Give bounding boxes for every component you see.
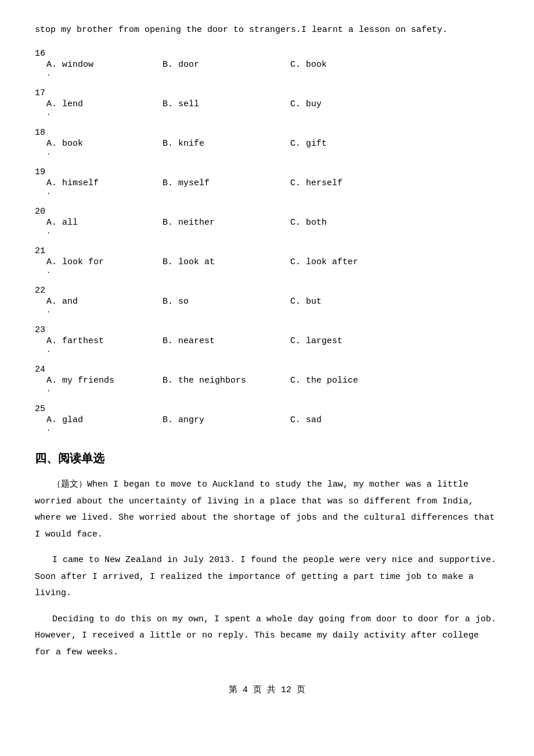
question-19-option-c[interactable]: C. herself bbox=[290, 178, 418, 188]
question-22-option-c[interactable]: C. but bbox=[290, 297, 418, 307]
question-22-number: 22 bbox=[35, 286, 499, 296]
question-19-option-a[interactable]: A. himself bbox=[35, 178, 163, 188]
question-23-option-a[interactable]: A. farthest bbox=[35, 336, 163, 346]
question-23-option-c[interactable]: C. largest bbox=[290, 336, 418, 346]
question-22-option-b[interactable]: B. so bbox=[163, 297, 290, 307]
intro-text: stop my brother from opening the door to… bbox=[35, 23, 499, 37]
question-23-option-b[interactable]: B. nearest bbox=[163, 336, 290, 346]
question-22-option-a[interactable]: A. and bbox=[35, 297, 163, 307]
section4-paragraphs: （题文）When I began to move to Auckland to … bbox=[35, 477, 499, 661]
question-24-option-b[interactable]: B. the neighbors bbox=[163, 376, 290, 386]
question-19-number: 19 bbox=[35, 167, 499, 177]
question-18-option-a[interactable]: A. book bbox=[35, 139, 163, 149]
question-21-number: 21 bbox=[35, 246, 499, 256]
question-21-option-a[interactable]: A. look for bbox=[35, 257, 163, 267]
question-16-option-b[interactable]: B. door bbox=[163, 60, 290, 70]
question-25-option-a[interactable]: A. glad bbox=[35, 415, 163, 425]
question-20-option-b[interactable]: B. neither bbox=[163, 218, 290, 228]
question-21: 21 A. look for B. look at C. look after … bbox=[35, 246, 499, 275]
passage-paragraph-1: （题文）When I began to move to Auckland to … bbox=[35, 477, 499, 543]
question-20: 20 A. all B. neither C. both . bbox=[35, 207, 499, 236]
question-16-option-a[interactable]: A. window bbox=[35, 60, 163, 70]
section4-header: 四、阅读单选 bbox=[35, 451, 499, 466]
question-16-option-c[interactable]: C. book bbox=[290, 60, 418, 70]
question-16-number: 16 bbox=[35, 49, 499, 59]
question-24-option-c[interactable]: C. the police bbox=[290, 376, 418, 386]
question-25-option-c[interactable]: C. sad bbox=[290, 415, 418, 425]
question-22: 22 A. and B. so C. but . bbox=[35, 286, 499, 315]
question-18-option-b[interactable]: B. knife bbox=[163, 139, 290, 149]
question-20-number: 20 bbox=[35, 207, 499, 217]
question-24: 24 A. my friends B. the neighbors C. the… bbox=[35, 365, 499, 394]
question-17-number: 17 bbox=[35, 88, 499, 98]
question-17: 17 A. lend B. sell C. buy . bbox=[35, 88, 499, 117]
question-25-option-b[interactable]: B. angry bbox=[163, 415, 290, 425]
question-20-option-c[interactable]: C. both bbox=[290, 218, 418, 228]
question-25: 25 A. glad B. angry C. sad . bbox=[35, 404, 499, 433]
question-18-option-c[interactable]: C. gift bbox=[290, 139, 418, 149]
question-16: 16 A. window B. door C. book . bbox=[35, 49, 499, 78]
question-23: 23 A. farthest B. nearest C. largest . bbox=[35, 325, 499, 354]
question-19-option-b[interactable]: B. myself bbox=[163, 178, 290, 188]
question-25-number: 25 bbox=[35, 404, 499, 414]
question-17-option-b[interactable]: B. sell bbox=[163, 99, 290, 109]
question-18: 18 A. book B. knife C. gift . bbox=[35, 128, 499, 157]
question-17-option-a[interactable]: A. lend bbox=[35, 99, 163, 109]
question-20-option-a[interactable]: A. all bbox=[35, 218, 163, 228]
page-footer: 第 4 页 共 12 页 bbox=[35, 684, 499, 695]
passage-paragraph-2: I came to New Zealand in July 2013. I fo… bbox=[35, 552, 499, 602]
questions-list: 16 A. window B. door C. book . 17 A. len… bbox=[35, 49, 499, 433]
question-17-option-c[interactable]: C. buy bbox=[290, 99, 418, 109]
question-24-number: 24 bbox=[35, 365, 499, 375]
question-18-number: 18 bbox=[35, 128, 499, 138]
question-21-option-c[interactable]: C. look after bbox=[290, 257, 418, 267]
question-19: 19 A. himself B. myself C. herself . bbox=[35, 167, 499, 196]
question-23-number: 23 bbox=[35, 325, 499, 335]
question-21-option-b[interactable]: B. look at bbox=[163, 257, 290, 267]
passage-paragraph-3: Deciding to do this on my own, I spent a… bbox=[35, 611, 499, 661]
question-24-option-a[interactable]: A. my friends bbox=[35, 376, 163, 386]
